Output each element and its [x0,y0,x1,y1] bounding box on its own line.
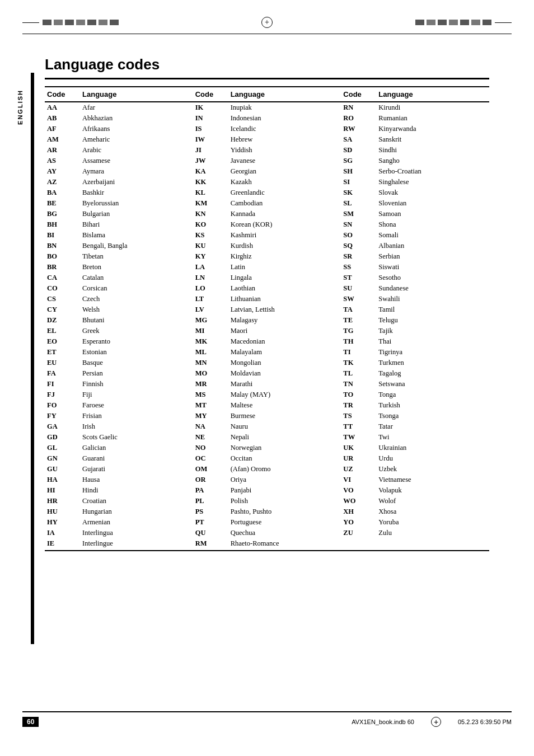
cell-code-2: LA [193,262,228,273]
table-row: BGBulgarianKNKannadaSMSamoan [45,209,489,219]
header-code-2: Code [193,87,228,102]
cell-code-3: TK [341,358,376,368]
cell-code-1: EU [45,358,80,368]
cell-language-2: Kannada [228,209,341,219]
cell-code-1: CY [45,304,80,315]
cell-code-1: BO [45,251,80,262]
cell-code-1: AZ [45,177,80,187]
cell-language-1: Bislama [80,230,193,241]
cell-code-3: TW [341,432,376,443]
cell-code-2: KU [193,241,228,251]
cell-language-2: Maltese [228,400,341,411]
cell-language-1: Armenian [80,517,193,528]
cell-language-3: Tajik [376,326,489,336]
cell-language-2: Malay (MAY) [228,389,341,400]
cell-language-3: Xhosa [376,506,489,517]
cell-code-2: JW [193,156,228,166]
cell-language-3: Turkish [376,400,489,411]
cell-language-3: Kirundi [376,102,489,113]
cell-code-1: GA [45,421,80,432]
cell-code-3: TE [341,315,376,326]
cell-language-2: Macedonian [228,336,341,347]
cell-code-3: SI [341,177,376,187]
cell-language-1: Abkhazian [80,113,193,124]
cell-language-3: Sindhi [376,145,489,156]
cell-code-1: FA [45,368,80,379]
cell-code-3: WO [341,496,376,506]
cell-language-2: Lithuanian [228,294,341,304]
table-row: AZAzerbaijaniKKKazakhSISinghalese [45,177,489,187]
cell-language-2: Nepali [228,432,341,443]
cell-language-1: Finnish [80,379,193,389]
cell-code-1: AF [45,124,80,134]
cell-language-1: Esperanto [80,336,193,347]
cell-language-2: Kashmiri [228,230,341,241]
table-row: BOTibetanKYKirghizSRSerbian [45,251,489,262]
cell-language-3: Setswana [376,379,489,389]
cell-language-3: Tagalog [376,368,489,379]
page-title: Language codes [45,56,489,73]
cell-language-2: Oriya [228,475,341,485]
cell-language-3: Serbo-Croatian [376,166,489,177]
cell-code-1: AB [45,113,80,124]
cell-language-3: Yoruba [376,517,489,528]
cell-language-2: Greenlandic [228,187,341,198]
cell-code-3: SO [341,230,376,241]
cell-language-1: Faroese [80,400,193,411]
table-row: HUHungarianPSPashto, PushtoXHXhosa [45,506,489,517]
table-row: BABashkirKLGreenlandicSKSlovak [45,187,489,198]
cell-code-1: GU [45,464,80,475]
cell-code-2: NE [193,432,228,443]
table-row: GDScots GaelicNENepaliTWTwi [45,432,489,443]
table-row: BIBislamaKSKashmiriSOSomali [45,230,489,241]
cell-language-3: Ukrainian [376,443,489,453]
table-row: GNGuaraniOCOccitanURUrdu [45,453,489,464]
cell-language-1: Bulgarian [80,209,193,219]
cell-code-1: BI [45,230,80,241]
table-row: FAPersianMOMoldavianTLTagalog [45,368,489,379]
table-row: EOEsperantoMKMacedonianTHThai [45,336,489,347]
cell-code-2: NO [193,443,228,453]
cell-code-3: UR [341,453,376,464]
cell-code-2: MG [193,315,228,326]
cell-language-3: Tamil [376,304,489,315]
cell-language-1: Aymara [80,166,193,177]
cell-code-2: IS [193,124,228,134]
cell-language-3: Sangho [376,156,489,166]
cell-code-2: OR [193,475,228,485]
cell-language-1: Tibetan [80,251,193,262]
cell-language-3: Vietnamese [376,475,489,485]
cell-code-3: TR [341,400,376,411]
cell-code-3: TI [341,347,376,358]
cell-language-2: Nauru [228,421,341,432]
cell-code-1: AS [45,156,80,166]
cell-language-2: Burmese [228,411,341,421]
cell-code-2: KY [193,251,228,262]
table-row: ARArabicJIYiddishSDSindhi [45,145,489,156]
cell-code-2: RM [193,538,228,551]
table-row: COCorsicanLOLaothianSUSundanese [45,283,489,294]
cell-code-3: SR [341,251,376,262]
cell-language-1: Byelorussian [80,198,193,209]
cell-language-1: Estonian [80,347,193,358]
cell-code-1: AY [45,166,80,177]
cell-code-2: MY [193,411,228,421]
cell-code-1: HA [45,475,80,485]
cell-language-2: Moldavian [228,368,341,379]
table-row: ASAssameseJWJavaneseSGSangho [45,156,489,166]
cell-language-2: Rhaeto-Romance [228,538,341,551]
cell-language-1: Hungarian [80,506,193,517]
cell-language-2: Maori [228,326,341,336]
cell-code-2: KM [193,198,228,209]
cell-language-2: Malagasy [228,315,341,326]
cell-code-1: FI [45,379,80,389]
cell-language-2: Malayalam [228,347,341,358]
cell-language-3: Volapuk [376,485,489,496]
cell-language-2: Georgian [228,166,341,177]
header-code-3: Code [341,87,376,102]
cell-language-1: Assamese [80,156,193,166]
cell-code-3: TO [341,389,376,400]
cell-code-3: SM [341,209,376,219]
cell-code-3: SK [341,187,376,198]
cell-language-1: Gujarati [80,464,193,475]
